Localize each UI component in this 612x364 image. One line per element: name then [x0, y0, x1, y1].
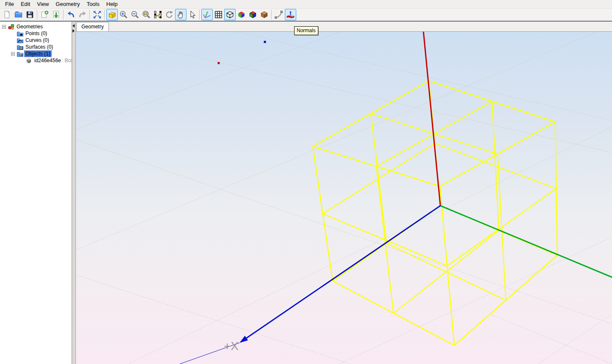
menu-file[interactable]: File	[2, 0, 17, 8]
tree-item-curves-0[interactable]: Curves (0)	[0, 37, 72, 44]
application-window: FileEditViewGeometryToolsHelp Geometries…	[0, 0, 612, 364]
save-file-button[interactable]	[24, 9, 36, 20]
wireframe-mode-button[interactable]	[224, 9, 236, 20]
import-geometry-icon	[51, 10, 61, 19]
toolbar-separator	[199, 10, 200, 19]
geometries-icon	[8, 23, 14, 30]
menu-edit[interactable]: Edit	[17, 0, 33, 8]
viewport-canvas-3d[interactable]: +X	[76, 31, 612, 364]
curvature-comb-button[interactable]	[273, 9, 285, 20]
dynamic-view-box-button[interactable]	[106, 9, 118, 20]
toolbar-separator	[63, 10, 64, 19]
import-geometry-button[interactable]	[50, 9, 62, 20]
shaded-mode-icon	[236, 10, 246, 19]
tree-item-label: Curves (0)	[25, 37, 50, 43]
rotate-view-button[interactable]	[164, 9, 175, 20]
zoom-window-icon	[142, 10, 151, 19]
rotate-view-icon	[164, 10, 174, 19]
open-file-icon	[14, 10, 23, 19]
dynamic-view-box-icon	[107, 10, 117, 19]
zoom-fit-icon	[92, 10, 102, 19]
zoom-fit-button[interactable]	[92, 9, 103, 20]
menu-tools[interactable]: Tools	[83, 0, 103, 8]
folder-points-icon	[17, 30, 23, 37]
tree-item-label: Objects (1)	[25, 51, 51, 57]
tree-expander-minus[interactable]	[2, 25, 6, 29]
tree-item-id246e456e[interactable]: id246e456e : Box	[0, 57, 72, 64]
add-geometry-button[interactable]	[39, 9, 50, 20]
menu-view[interactable]: View	[33, 0, 52, 8]
tree-item-label: Surfaces (0)	[25, 44, 54, 50]
tree-expander-minus[interactable]	[11, 52, 15, 56]
scene-svg: +X	[76, 32, 612, 364]
zoom-window-button[interactable]	[141, 9, 152, 20]
open-file-button[interactable]	[13, 9, 24, 20]
tree-item-geometries[interactable]: Geometries	[0, 23, 72, 30]
zoom-selection-button[interactable]	[152, 9, 164, 20]
y-axis	[440, 206, 612, 277]
zoom-in-button[interactable]	[118, 9, 129, 20]
new-document-button[interactable]	[1, 9, 13, 20]
solid-mode-icon	[259, 10, 269, 19]
curvature-comb-icon	[274, 10, 284, 19]
x-axis-label: +X	[224, 339, 239, 353]
undo-icon	[66, 10, 76, 19]
solid-mode-button[interactable]	[259, 9, 270, 20]
toolbar-separator	[37, 10, 38, 19]
show-axes-button[interactable]	[201, 9, 213, 20]
normals-button[interactable]	[285, 9, 296, 20]
tree-item-label: Geometries	[16, 24, 44, 30]
folder-objects-icon	[17, 50, 23, 57]
save-file-icon	[25, 10, 35, 19]
zoom-out-button[interactable]	[129, 9, 141, 20]
folder-surfaces-icon	[17, 44, 23, 50]
x-axis: +X	[180, 206, 440, 364]
tree-item-label: Points (0)	[25, 30, 48, 36]
menu-bar: FileEditViewGeometryToolsHelp	[0, 0, 612, 8]
z-axis	[423, 32, 440, 206]
zoom-out-icon	[130, 10, 140, 19]
blue-marker	[264, 41, 266, 43]
redo-icon	[78, 10, 87, 19]
select-pointer-button[interactable]	[186, 9, 198, 20]
collapse-panel-left-icon[interactable]	[72, 24, 75, 28]
redo-button[interactable]	[77, 9, 88, 20]
tooltip-normals: Normals	[294, 26, 318, 35]
tree-item-label: id246e456e	[33, 58, 62, 63]
tab-strip: Geometry	[76, 22, 612, 31]
viewport-area: Geometry +X	[76, 22, 612, 364]
shaded-edges-mode-icon	[248, 10, 258, 19]
menu-help[interactable]: Help	[103, 0, 121, 8]
folder-curves-icon	[17, 37, 23, 44]
undo-button[interactable]	[65, 9, 77, 20]
pan-view-icon	[176, 10, 186, 19]
toolbar	[0, 8, 612, 22]
geometry-tree-panel: GeometriesPoints (0)Curves (0)Surfaces (…	[0, 22, 72, 364]
shaded-edges-mode-button[interactable]	[247, 9, 259, 20]
tree-item-objects-1[interactable]: Objects (1)	[0, 50, 72, 57]
show-grid-icon	[214, 10, 223, 19]
tab-geometry[interactable]: Geometry	[76, 22, 109, 31]
wireframe-box	[313, 81, 557, 345]
show-axes-icon	[202, 10, 212, 19]
shaded-mode-button[interactable]	[236, 9, 247, 20]
ground-grid	[76, 32, 612, 364]
tree-item-type-suffix: : Box	[62, 58, 72, 63]
toolbar-separator	[104, 10, 105, 19]
menu-geometry[interactable]: Geometry	[52, 0, 83, 8]
panel-splitter[interactable]	[72, 22, 76, 364]
content-area: GeometriesPoints (0)Curves (0)Surfaces (…	[0, 22, 612, 364]
add-geometry-icon	[40, 10, 50, 19]
select-pointer-icon	[187, 10, 197, 19]
expand-panel-right-icon[interactable]	[72, 29, 75, 33]
pan-view-button[interactable]	[175, 9, 186, 20]
tree-item-surfaces-0[interactable]: Surfaces (0)	[0, 44, 72, 50]
toolbar-separator	[89, 10, 90, 19]
tree-item-points-0[interactable]: Points (0)	[0, 30, 72, 37]
wireframe-mode-icon	[225, 10, 235, 19]
new-document-icon	[2, 10, 12, 19]
red-marker	[218, 62, 220, 64]
toolbar-separator	[271, 10, 272, 19]
box-object-icon	[25, 57, 32, 64]
show-grid-button[interactable]	[213, 9, 224, 20]
